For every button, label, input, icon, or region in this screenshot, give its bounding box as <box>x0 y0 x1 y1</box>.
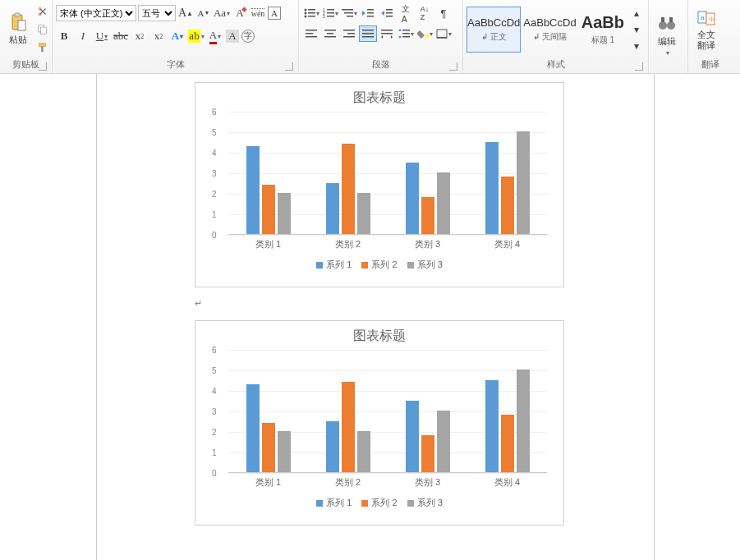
bar <box>485 142 499 235</box>
edit-label: 编辑 <box>658 35 676 48</box>
line-spacing-button[interactable]: ▾ <box>397 25 415 42</box>
clipboard-launcher[interactable] <box>39 62 47 71</box>
chart-title: 图表标题 <box>205 90 554 107</box>
align-right-button[interactable] <box>340 25 358 42</box>
svg-rect-28 <box>386 12 393 14</box>
svg-rect-35 <box>324 36 336 38</box>
format-painter-button[interactable] <box>34 39 51 56</box>
font-launcher[interactable] <box>285 62 293 71</box>
svg-rect-38 <box>343 36 355 38</box>
style-no-spacing[interactable]: AaBbCcDd ↲ 无间隔 <box>522 7 577 53</box>
bold-button[interactable]: B <box>56 28 72 44</box>
font-name-select[interactable]: 宋体 (中文正文) <box>56 5 136 21</box>
font-color-button[interactable]: A▾ <box>207 28 223 44</box>
category-label: 类别 3 <box>388 476 467 489</box>
legend-label: 系列 3 <box>417 497 443 509</box>
svg-rect-6 <box>41 27 47 34</box>
svg-rect-27 <box>386 9 393 11</box>
phonetic-guide-button[interactable]: wén <box>250 5 266 21</box>
svg-rect-48 <box>437 30 447 38</box>
chart-1[interactable]: 图表标题0123456类别 1类别 2类别 3类别 4系列 1系列 2系列 3 <box>195 82 564 287</box>
paste-button[interactable]: 粘贴 <box>3 11 33 48</box>
chart-legend: 系列 1系列 2系列 3 <box>205 259 554 271</box>
svg-rect-30 <box>306 30 317 31</box>
cut-button[interactable] <box>34 3 51 20</box>
bar <box>437 411 450 472</box>
enclose-char-button[interactable]: 字 <box>241 30 255 43</box>
bar <box>278 193 291 234</box>
change-case-button[interactable]: Aa▾ <box>214 5 230 21</box>
copy-button[interactable] <box>34 21 51 38</box>
styles-launcher[interactable] <box>635 62 643 71</box>
bar <box>406 401 419 473</box>
svg-rect-12 <box>308 12 315 14</box>
chart-2[interactable]: 图表标题0123456类别 1类别 2类别 3类别 4系列 1系列 2系列 3 <box>195 320 564 526</box>
borders-button[interactable]: ▾ <box>434 25 453 42</box>
clipboard-icon <box>8 12 28 32</box>
svg-rect-40 <box>362 33 374 34</box>
char-shading-button[interactable]: A <box>226 30 239 43</box>
bullets-button[interactable]: ▾ <box>302 5 320 21</box>
svg-rect-26 <box>367 16 374 17</box>
style-name: ↲ 正文 <box>481 31 507 43</box>
highlight-button[interactable]: ab▾ <box>188 28 205 44</box>
svg-rect-29 <box>386 16 393 17</box>
grow-font-button[interactable]: A▲ <box>177 5 194 21</box>
styles-down-button[interactable]: ▾ <box>628 21 645 38</box>
sort-button[interactable]: A↓Z <box>416 5 434 21</box>
text-direction-button[interactable]: 文A <box>397 5 415 21</box>
category-label: 类别 2 <box>308 476 388 489</box>
style-heading1[interactable]: AaBb 标题 1 <box>579 7 627 53</box>
legend-label: 系列 2 <box>371 259 397 271</box>
bar <box>342 382 355 472</box>
bar <box>501 415 514 472</box>
svg-rect-23 <box>347 16 353 17</box>
distributed-button[interactable] <box>378 25 396 42</box>
svg-rect-43 <box>381 33 393 34</box>
bar <box>326 421 339 473</box>
style-preview: AaBbCcDd <box>467 16 520 29</box>
multilevel-button[interactable]: ▾ <box>340 5 358 21</box>
clear-formatting-button[interactable]: A◆ <box>232 5 248 21</box>
bullets-icon <box>304 8 315 18</box>
decrease-indent-button[interactable] <box>359 5 377 21</box>
show-marks-button[interactable]: ¶ <box>434 5 453 21</box>
superscript-button[interactable]: x2 <box>150 28 167 44</box>
styles-up-button[interactable]: ▴ <box>628 5 645 21</box>
category-label: 类别 4 <box>467 476 547 489</box>
style-name: 标题 1 <box>591 34 614 46</box>
svg-rect-41 <box>362 36 374 38</box>
paragraph-group-label: 段落 <box>372 59 390 69</box>
subscript-button[interactable]: x2 <box>131 28 148 44</box>
svg-rect-53 <box>669 17 673 22</box>
styles-more-button[interactable]: ▾ <box>628 38 645 54</box>
svg-rect-36 <box>343 30 355 31</box>
bar <box>246 384 260 473</box>
char-border-button[interactable]: A <box>268 7 281 20</box>
bar <box>342 144 355 234</box>
numbering-button[interactable]: 123▾ <box>321 5 339 21</box>
bar <box>278 431 291 472</box>
find-button[interactable]: 编辑 ▾ <box>652 12 682 58</box>
translate-button[interactable]: a中 全文 翻译 <box>692 7 721 51</box>
italic-button[interactable]: I <box>75 28 91 44</box>
paragraph-launcher[interactable] <box>449 62 457 71</box>
shrink-font-button[interactable]: A▼ <box>195 5 212 21</box>
legend-label: 系列 1 <box>326 497 352 509</box>
paste-label: 粘贴 <box>9 34 27 46</box>
underline-button[interactable]: U▾ <box>94 28 110 44</box>
clipboard-group-label: 剪贴板 <box>12 59 39 69</box>
increase-indent-button[interactable] <box>378 5 396 21</box>
align-left-icon <box>306 29 317 39</box>
strikethrough-button[interactable]: abc <box>113 28 129 44</box>
align-left-button[interactable] <box>302 25 320 42</box>
svg-text:3: 3 <box>323 14 325 18</box>
style-normal[interactable]: AaBbCcDd ↲ 正文 <box>467 7 521 53</box>
align-center-button[interactable] <box>321 25 339 42</box>
svg-rect-44 <box>402 30 410 31</box>
shading-button[interactable]: ▾ <box>416 25 434 42</box>
text-effects-button[interactable]: A▾ <box>169 28 186 44</box>
document-area[interactable]: ↵ 图表标题0123456类别 1类别 2类别 3类别 4系列 1系列 2系列 … <box>0 74 740 560</box>
font-size-select[interactable]: 五号 <box>138 5 176 21</box>
align-justify-button[interactable] <box>359 25 377 42</box>
